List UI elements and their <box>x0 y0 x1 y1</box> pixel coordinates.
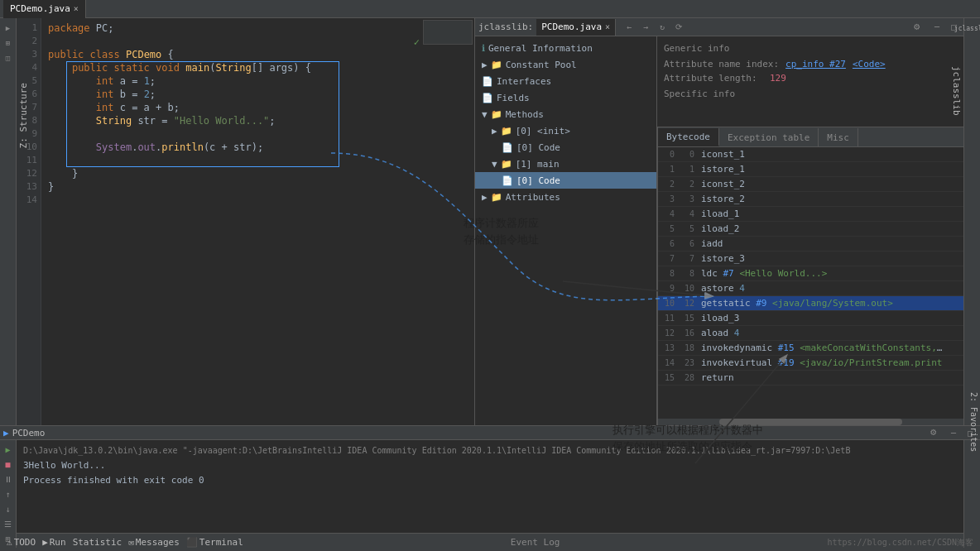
tree-general-info[interactable]: ℹ General Information <box>475 40 656 56</box>
status-run[interactable]: ▶ Run <box>42 537 66 548</box>
bytecode-content[interactable]: 00iconst_1 11istore_1 22iconst_2 33istor… <box>658 147 963 419</box>
sidebar-icon-3[interactable]: ◫ <box>2 51 15 65</box>
tree-constant-pool-label: Constant Pool <box>506 60 577 70</box>
jclasslib-minimize-btn[interactable]: ─ <box>930 21 944 34</box>
tree-methods-arrow: ▼ <box>482 109 488 120</box>
tree-interfaces[interactable]: 📄 Interfaces <box>475 73 656 89</box>
bc-row-15: 1528return <box>658 371 963 386</box>
attr-len-label: Attribute length: <box>664 73 763 84</box>
code-area[interactable]: package PC; public class PCDemo { public… <box>41 18 474 425</box>
run-minimize-btn[interactable]: ─ <box>947 426 960 439</box>
todo-label: TODO <box>14 537 36 548</box>
jclasslib-side-label[interactable]: jclasslib <box>951 66 962 116</box>
code-line-11 <box>48 154 468 167</box>
bc-row-1: 11istore_1 <box>658 162 963 177</box>
sidebar-icon-1[interactable]: ▶ <box>2 22 15 35</box>
tree-constant-pool[interactable]: ▶ 📁 Constant Pool <box>475 56 656 73</box>
bc-row-10: 1012getstatic #9 <java/lang/System.out> <box>658 296 963 311</box>
run-play-btn[interactable]: ▶ <box>2 443 14 455</box>
bc-row-12: 1216aload 4 <box>658 326 963 341</box>
bc-row-3: 33istore_2 <box>658 192 963 207</box>
run-topbar: ▶ PCDemo ⚙ ─ □ <box>0 426 980 440</box>
run-text-area: D:\Java\jdk_13.0.2\bin\java.exe "-javaag… <box>17 440 963 548</box>
editor-tab-close[interactable]: × <box>74 4 79 13</box>
run-pause-btn[interactable]: ⏸ <box>2 473 14 485</box>
code-line-14 <box>48 194 468 207</box>
run-content: ▶ ■ ⏸ ↑ ↓ ☰ ⊞ D:\Java\jdk_13.0.2\bin\jav… <box>0 440 980 548</box>
jclasslib-tab[interactable]: PCDemo.java × <box>536 19 616 36</box>
status-event-log[interactable]: Event Log <box>511 537 560 548</box>
attr-name-value[interactable]: cp_info #27 <box>785 59 846 69</box>
terminal-icon: ⬛ <box>186 537 198 548</box>
run-icon: ▶ <box>3 428 9 438</box>
tree-init-code-label: [0] Code <box>516 142 560 153</box>
messages-label: Messages <box>136 537 180 548</box>
status-terminal[interactable]: ⬛ Terminal <box>186 537 243 548</box>
bytecode-tab-bytecode[interactable]: Bytecode <box>658 128 719 146</box>
status-messages[interactable]: ✉ Messages <box>128 537 180 548</box>
jclasslib-refresh-btn[interactable]: ↻ <box>656 21 669 34</box>
jclasslib-content: ℹ General Information ▶ 📁 Constant Pool … <box>475 36 963 425</box>
structure-label[interactable]: Z: Structure <box>18 83 29 148</box>
csdn-label: https://blog.csdn.net/CSDN海客 <box>827 538 973 547</box>
code-line-1: package PC; <box>48 22 468 35</box>
status-todo[interactable]: ⚠ TODO <box>7 537 36 548</box>
jclasslib-forward-btn[interactable]: → <box>639 21 652 34</box>
code-line-9 <box>48 127 468 141</box>
bc-row-4: 44iload_1 <box>658 207 963 222</box>
editor-tab[interactable]: PCDemo.java × <box>3 0 86 18</box>
tree-main-code[interactable]: 📄 [0] Code <box>475 172 656 189</box>
jclasslib-tree[interactable]: ℹ General Information ▶ 📁 Constant Pool … <box>475 36 657 425</box>
run-down-btn[interactable]: ↓ <box>2 503 14 515</box>
bytecode-tab-misc[interactable]: Misc <box>819 128 858 146</box>
bc-row-9: 910astore 4 <box>658 281 963 296</box>
code-line-5: int a = 1; <box>48 74 468 88</box>
tree-methods[interactable]: ▼ 📁 Methods <box>475 106 656 122</box>
jclasslib-controls: ← → ↻ ⟳ <box>622 21 685 34</box>
bytecode-tab-exception[interactable]: Exception table <box>719 128 819 146</box>
tree-main-code-icon: 📄 <box>502 175 513 186</box>
tree-info-icon: ℹ <box>482 43 485 54</box>
todo-icon: ⚠ <box>7 537 12 548</box>
terminal-label: Terminal <box>199 537 243 548</box>
tree-main-arrow: ▼ <box>492 159 497 170</box>
run-gear-btn[interactable]: ⚙ <box>930 426 944 439</box>
run-status-label: Run <box>50 537 66 548</box>
jclasslib-prefix: jclasslib: <box>478 22 533 32</box>
code-line-2 <box>48 35 468 48</box>
bottom-panel: ▶ PCDemo ⚙ ─ □ ▶ ■ ⏸ ↑ ↓ ☰ ⊞ D:\Java\jdk… <box>0 425 980 533</box>
bc-row-8: 88ldc #7 <Hello World...> <box>658 266 963 281</box>
status-statistic[interactable]: Statistic <box>73 537 122 548</box>
bytecode-scrollbar-thumb[interactable] <box>719 419 902 425</box>
right-sidebar-icon-1[interactable]: jclasslib <box>966 22 979 35</box>
tree-init-code[interactable]: 📄 [0] Code <box>475 139 656 156</box>
sidebar-icon-2[interactable]: ⊞ <box>2 36 15 50</box>
jclasslib-gear-btn[interactable]: ⚙ <box>914 21 927 34</box>
run-list-btn[interactable]: ☰ <box>2 518 14 529</box>
attr-name-code[interactable]: <Code> <box>853 59 886 69</box>
code-line-4: public static void main(String[] args) { <box>48 61 468 74</box>
run-up-btn[interactable]: ↑ <box>2 488 14 500</box>
code-line-6: int b = 2; <box>48 88 468 101</box>
code-line-12: } <box>48 167 468 180</box>
run-right-sidebar <box>963 440 980 548</box>
tree-main[interactable]: ▼ 📁 [1] main <box>475 156 656 172</box>
favorites-label[interactable]: 2: Favorites <box>969 392 978 452</box>
left-sidebar: ▶ ⊞ ◫ <box>0 18 17 425</box>
tree-init[interactable]: ▶ 📁 [0] <init> <box>475 122 656 139</box>
tree-methods-icon: 📁 <box>491 109 502 120</box>
main-layout: ▶ ⊞ ◫ 12345 678910 11121314 package PC; … <box>0 18 980 425</box>
tree-fields[interactable]: 📄 Fields <box>475 89 656 106</box>
info-bytecode-area: Generic info Attribute name index: cp_in… <box>657 36 963 425</box>
tree-attributes[interactable]: ▶ 📁 Attributes <box>475 189 656 205</box>
jclasslib-back-btn[interactable]: ← <box>622 21 636 34</box>
line-numbers: 12345 678910 11121314 <box>17 18 41 425</box>
jclasslib-tab-close[interactable]: × <box>605 22 610 31</box>
run-stop-btn[interactable]: ■ <box>2 458 14 470</box>
mini-preview <box>423 20 473 45</box>
run-exit-msg: Process finished with exit code 0 <box>23 473 957 488</box>
bytecode-scrollbar[interactable] <box>658 419 963 425</box>
jclasslib-reload-btn[interactable]: ⟳ <box>672 21 685 34</box>
bc-row-14: 1423invokevirtual #19 <java/io/PrintStre… <box>658 356 963 371</box>
tree-interfaces-icon: 📄 <box>482 76 493 87</box>
